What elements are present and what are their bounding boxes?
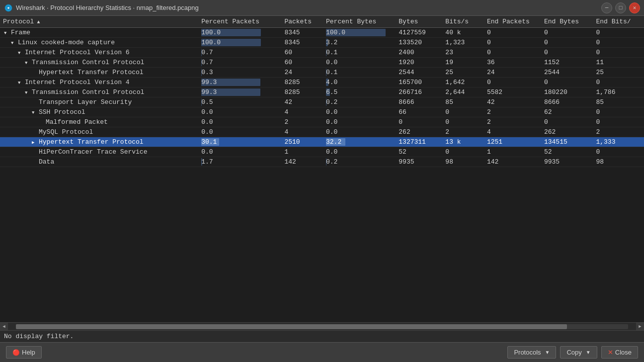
scroll-left-arrow[interactable]: ◀ [0, 323, 8, 331]
expander-icon[interactable] [25, 59, 32, 66]
table-container[interactable]: Protocol Percent Packets Packets Percent… [0, 16, 644, 322]
scroll-right-arrow[interactable]: ▶ [636, 323, 644, 331]
protocol-name: MySQL Protocol [39, 128, 93, 136]
protocol-name: Linux cooked-mode capture [18, 39, 115, 46]
bits-s-cell: 1,323 [441, 38, 483, 48]
bits-s-cell: 19 [441, 58, 483, 68]
col-pct-bytes[interactable]: Percent Bytes [322, 16, 395, 28]
packets-cell: 60 [280, 58, 322, 68]
bits-s-cell: 23 [441, 48, 483, 58]
packets-cell: 1 [280, 147, 322, 157]
expander-icon[interactable] [18, 79, 25, 86]
pct-bytes-cell: 0.0 [322, 147, 395, 157]
copy-button[interactable]: Copy ▼ [560, 346, 597, 359]
table-row[interactable]: Transmission Control Protocol0.7600.0192… [0, 58, 644, 68]
bits-s-cell: 0 [441, 107, 483, 117]
table-row[interactable]: Internet Protocol Version 499.382854.016… [0, 78, 644, 88]
help-button[interactable]: 🔴 Help [6, 346, 42, 359]
minimize-button[interactable]: ─ [601, 2, 612, 13]
pct-packets-cell: 30.1 [197, 137, 280, 147]
table-row[interactable]: Internet Protocol Version 60.7600.124002… [0, 48, 644, 58]
table-body: Frame100.08345100.0412755940 k000Linux c… [0, 28, 644, 167]
packets-cell: 60 [280, 48, 322, 58]
bytes-cell: 2400 [395, 48, 441, 58]
bits-s-cell: 25 [441, 68, 483, 78]
col-end-bits-s[interactable]: End Bits/ [592, 16, 644, 28]
end-bits-s-cell: 25 [592, 68, 644, 78]
end-bytes-cell: 134515 [540, 137, 592, 147]
packets-cell: 4 [280, 107, 322, 117]
end-bytes-cell: 0 [540, 117, 592, 127]
pct-packets-cell: 0.0 [197, 127, 280, 137]
packets-cell: 8285 [280, 88, 322, 97]
pct-packets-cell: 0.0 [197, 147, 280, 157]
bytes-cell: 133520 [395, 38, 441, 48]
col-bits-s[interactable]: Bits/s [441, 16, 483, 28]
scrollbar-track[interactable] [16, 324, 628, 329]
table-row[interactable]: Frame100.08345100.0412755940 k000 [0, 28, 644, 38]
pct-packets-cell: 100.0 [197, 28, 280, 38]
status-bar: No display filter. [0, 330, 644, 342]
end-bytes-cell: 0 [540, 28, 592, 38]
maximize-button[interactable]: □ [615, 2, 626, 13]
end-bits-s-cell: 98 [592, 157, 644, 167]
protocol-name: Internet Protocol Version 6 [25, 49, 130, 56]
expander-icon[interactable] [11, 39, 18, 46]
table-row[interactable]: MySQL Protocol0.040.0262242622 [0, 127, 644, 137]
scrollbar-thumb[interactable] [16, 324, 567, 329]
bytes-cell: 1920 [395, 58, 441, 68]
window-controls: ─ □ ✕ [601, 2, 640, 13]
table-row[interactable]: Transport Layer Security0.5420.286668542… [0, 97, 644, 107]
expander-icon[interactable] [32, 108, 39, 116]
table-header: Protocol Percent Packets Packets Percent… [0, 16, 644, 28]
copy-dropdown-arrow: ▼ [586, 350, 591, 355]
bits-s-cell: 13 k [441, 137, 483, 147]
pct-bytes-cell: 0.0 [322, 58, 395, 68]
end-bits-s-cell: 0 [592, 147, 644, 157]
window-close-button[interactable]: ✕ [629, 2, 640, 13]
pct-packets-cell: 99.3 [197, 78, 280, 88]
col-end-packets[interactable]: End Packets [483, 16, 540, 28]
end-bytes-cell: 2544 [540, 68, 592, 78]
bytes-cell: 266716 [395, 88, 441, 97]
expander-icon[interactable] [18, 49, 25, 56]
pct-bytes-cell: 4.0 [322, 78, 395, 88]
end-packets-cell: 36 [483, 58, 540, 68]
end-packets-cell: 0 [483, 48, 540, 58]
table-row[interactable]: Transmission Control Protocol99.382856.5… [0, 88, 644, 97]
protocol-name: Data [39, 158, 54, 166]
table-row[interactable]: Hypertext Transfer Protocol0.3240.125442… [0, 68, 644, 78]
end-packets-cell: 42 [483, 97, 540, 107]
col-pct-packets[interactable]: Percent Packets [197, 16, 280, 28]
table-row[interactable]: Linux cooked-mode capture100.083453.2133… [0, 38, 644, 48]
pct-packets-cell: 0.5 [197, 97, 280, 107]
protocol-name: Internet Protocol Version 4 [25, 79, 130, 86]
packets-cell: 142 [280, 157, 322, 167]
window-title: Wireshark · Protocol Hierarchy Statistic… [16, 4, 199, 11]
close-button[interactable]: Close [601, 346, 638, 359]
expander-icon[interactable] [32, 138, 39, 146]
col-protocol[interactable]: Protocol [0, 16, 197, 28]
bytes-cell: 262 [395, 127, 441, 137]
table-row[interactable]: Malformed Packet0.020.000200 [0, 117, 644, 127]
end-bits-s-cell: 85 [592, 97, 644, 107]
table-row[interactable]: Data1.71420.2993598142993598 [0, 157, 644, 167]
main-content: Protocol Percent Packets Packets Percent… [0, 16, 644, 342]
col-end-bytes[interactable]: End Bytes [540, 16, 592, 28]
col-bytes[interactable]: Bytes [395, 16, 441, 28]
end-packets-cell: 5582 [483, 88, 540, 97]
end-packets-cell: 2 [483, 107, 540, 117]
table-row[interactable]: HiPerConTracer Trace Service0.010.052015… [0, 147, 644, 157]
end-bytes-cell: 0 [540, 78, 592, 88]
end-bits-s-cell: 11 [592, 58, 644, 68]
horizontal-scrollbar[interactable]: ◀ ▶ [0, 322, 644, 330]
col-packets[interactable]: Packets [280, 16, 322, 28]
expander-icon[interactable] [4, 29, 11, 36]
protocols-button[interactable]: Protocols ▼ [507, 346, 556, 359]
table-row[interactable]: SSH Protocol0.040.06602620 [0, 107, 644, 117]
packets-cell: 8345 [280, 38, 322, 48]
table-row[interactable]: Hypertext Transfer Protocol30.1251032.21… [0, 137, 644, 147]
expander-icon[interactable] [25, 89, 32, 96]
end-bits-s-cell: 0 [592, 107, 644, 117]
end-bits-s-cell: 2 [592, 127, 644, 137]
